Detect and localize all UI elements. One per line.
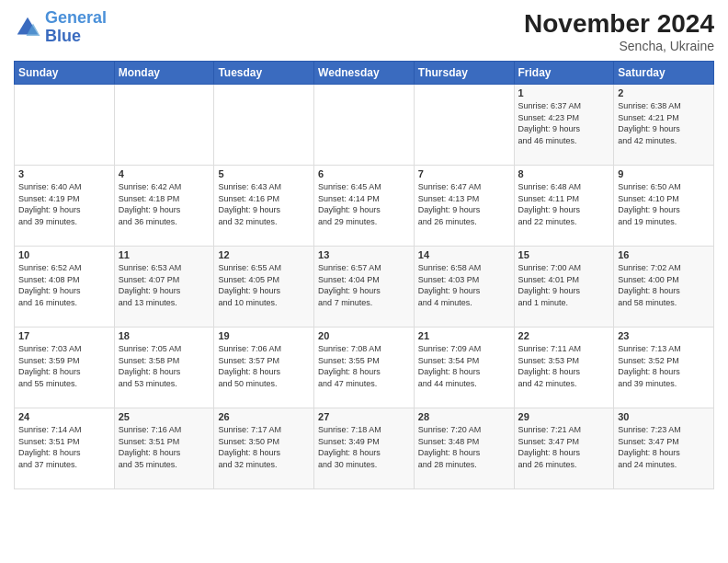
day-number-27: 27 xyxy=(318,411,410,422)
day-number-13: 13 xyxy=(318,249,410,260)
day-info-21: Sunrise: 7:09 AM Sunset: 3:54 PM Dayligh… xyxy=(418,343,510,389)
cell-3-6: 23Sunrise: 7:13 AM Sunset: 3:52 PM Dayli… xyxy=(614,327,714,408)
cell-2-1: 11Sunrise: 6:53 AM Sunset: 4:07 PM Dayli… xyxy=(114,247,214,327)
day-number-17: 17 xyxy=(18,330,110,341)
week-row-4: 24Sunrise: 7:14 AM Sunset: 3:51 PM Dayli… xyxy=(15,408,714,489)
cell-1-3: 6Sunrise: 6:45 AM Sunset: 4:14 PM Daylig… xyxy=(314,166,415,247)
cell-4-5: 29Sunrise: 7:21 AM Sunset: 3:47 PM Dayli… xyxy=(514,408,614,489)
cell-3-3: 20Sunrise: 7:08 AM Sunset: 3:55 PM Dayli… xyxy=(314,327,415,408)
title-area: November 2024 Sencha, Ukraine xyxy=(524,9,714,53)
cell-1-2: 5Sunrise: 6:43 AM Sunset: 4:16 PM Daylig… xyxy=(214,166,314,247)
day-info-1: Sunrise: 6:37 AM Sunset: 4:23 PM Dayligh… xyxy=(518,100,610,146)
day-info-22: Sunrise: 7:11 AM Sunset: 3:53 PM Dayligh… xyxy=(518,343,610,389)
week-row-3: 17Sunrise: 7:03 AM Sunset: 3:59 PM Dayli… xyxy=(15,327,714,408)
calendar: Sunday Monday Tuesday Wednesday Thursday… xyxy=(14,61,714,489)
day-info-25: Sunrise: 7:16 AM Sunset: 3:51 PM Dayligh… xyxy=(119,424,210,470)
week-row-0: 1Sunrise: 6:37 AM Sunset: 4:23 PM Daylig… xyxy=(15,85,714,166)
page: General Blue November 2024 Sencha, Ukrai… xyxy=(0,0,728,563)
logo-line2: Blue xyxy=(45,27,81,45)
day-number-6: 6 xyxy=(318,168,410,179)
day-number-4: 4 xyxy=(119,168,210,179)
day-info-9: Sunrise: 6:50 AM Sunset: 4:10 PM Dayligh… xyxy=(618,181,710,227)
cell-0-6: 2Sunrise: 6:38 AM Sunset: 4:21 PM Daylig… xyxy=(614,85,714,166)
logo-line1: General xyxy=(45,8,107,27)
cell-1-1: 4Sunrise: 6:42 AM Sunset: 4:18 PM Daylig… xyxy=(114,166,214,247)
day-number-24: 24 xyxy=(18,411,110,422)
day-number-30: 30 xyxy=(618,411,710,422)
day-number-21: 21 xyxy=(418,330,510,341)
day-number-25: 25 xyxy=(119,411,210,422)
day-number-19: 19 xyxy=(218,330,310,341)
month-title: November 2024 xyxy=(524,9,714,39)
day-info-2: Sunrise: 6:38 AM Sunset: 4:21 PM Dayligh… xyxy=(618,100,710,146)
day-info-30: Sunrise: 7:23 AM Sunset: 3:47 PM Dayligh… xyxy=(618,424,710,470)
day-info-18: Sunrise: 7:05 AM Sunset: 3:58 PM Dayligh… xyxy=(119,343,210,389)
cell-0-0 xyxy=(15,85,115,166)
day-info-7: Sunrise: 6:47 AM Sunset: 4:13 PM Dayligh… xyxy=(418,181,510,227)
day-info-27: Sunrise: 7:18 AM Sunset: 3:49 PM Dayligh… xyxy=(318,424,410,470)
cell-3-1: 18Sunrise: 7:05 AM Sunset: 3:58 PM Dayli… xyxy=(114,327,214,408)
day-info-5: Sunrise: 6:43 AM Sunset: 4:16 PM Dayligh… xyxy=(218,181,310,227)
day-info-29: Sunrise: 7:21 AM Sunset: 3:47 PM Dayligh… xyxy=(518,424,610,470)
day-number-28: 28 xyxy=(418,411,510,422)
cell-0-4 xyxy=(414,85,514,166)
day-info-17: Sunrise: 7:03 AM Sunset: 3:59 PM Dayligh… xyxy=(18,343,110,389)
day-info-20: Sunrise: 7:08 AM Sunset: 3:55 PM Dayligh… xyxy=(318,343,410,389)
cell-1-4: 7Sunrise: 6:47 AM Sunset: 4:13 PM Daylig… xyxy=(414,166,514,247)
cell-0-3 xyxy=(314,85,415,166)
logo-icon xyxy=(14,14,41,41)
day-number-7: 7 xyxy=(418,168,510,179)
day-info-23: Sunrise: 7:13 AM Sunset: 3:52 PM Dayligh… xyxy=(618,343,710,389)
day-info-4: Sunrise: 6:42 AM Sunset: 4:18 PM Dayligh… xyxy=(119,181,210,227)
cell-1-6: 9Sunrise: 6:50 AM Sunset: 4:10 PM Daylig… xyxy=(614,166,714,247)
cell-4-0: 24Sunrise: 7:14 AM Sunset: 3:51 PM Dayli… xyxy=(15,408,115,489)
cell-4-3: 27Sunrise: 7:18 AM Sunset: 3:49 PM Dayli… xyxy=(314,408,415,489)
day-number-26: 26 xyxy=(218,411,310,422)
week-row-1: 3Sunrise: 6:40 AM Sunset: 4:19 PM Daylig… xyxy=(15,166,714,247)
cell-2-0: 10Sunrise: 6:52 AM Sunset: 4:08 PM Dayli… xyxy=(15,247,115,327)
cell-3-5: 22Sunrise: 7:11 AM Sunset: 3:53 PM Dayli… xyxy=(514,327,614,408)
header-tuesday: Tuesday xyxy=(214,62,314,85)
day-info-12: Sunrise: 6:55 AM Sunset: 4:05 PM Dayligh… xyxy=(218,262,310,308)
day-info-14: Sunrise: 6:58 AM Sunset: 4:03 PM Dayligh… xyxy=(418,262,510,308)
day-number-23: 23 xyxy=(618,330,710,341)
cell-0-1 xyxy=(114,85,214,166)
header-wednesday: Wednesday xyxy=(314,62,415,85)
cell-0-2 xyxy=(214,85,314,166)
day-info-28: Sunrise: 7:20 AM Sunset: 3:48 PM Dayligh… xyxy=(418,424,510,470)
day-number-22: 22 xyxy=(518,330,610,341)
header-friday: Friday xyxy=(514,62,614,85)
cell-3-2: 19Sunrise: 7:06 AM Sunset: 3:57 PM Dayli… xyxy=(214,327,314,408)
header-thursday: Thursday xyxy=(414,62,514,85)
cell-2-6: 16Sunrise: 7:02 AM Sunset: 4:00 PM Dayli… xyxy=(614,247,714,327)
day-number-12: 12 xyxy=(218,249,310,260)
day-number-14: 14 xyxy=(418,249,510,260)
day-number-5: 5 xyxy=(218,168,310,179)
day-number-29: 29 xyxy=(518,411,610,422)
header-saturday: Saturday xyxy=(614,62,714,85)
day-number-16: 16 xyxy=(618,249,710,260)
week-row-2: 10Sunrise: 6:52 AM Sunset: 4:08 PM Dayli… xyxy=(15,247,714,327)
cell-2-4: 14Sunrise: 6:58 AM Sunset: 4:03 PM Dayli… xyxy=(414,247,514,327)
day-info-10: Sunrise: 6:52 AM Sunset: 4:08 PM Dayligh… xyxy=(18,262,110,308)
day-number-10: 10 xyxy=(18,249,110,260)
day-number-20: 20 xyxy=(318,330,410,341)
cell-3-0: 17Sunrise: 7:03 AM Sunset: 3:59 PM Dayli… xyxy=(15,327,115,408)
day-number-8: 8 xyxy=(518,168,610,179)
cell-2-2: 12Sunrise: 6:55 AM Sunset: 4:05 PM Dayli… xyxy=(214,247,314,327)
day-number-15: 15 xyxy=(518,249,610,260)
cell-4-6: 30Sunrise: 7:23 AM Sunset: 3:47 PM Dayli… xyxy=(614,408,714,489)
subtitle: Sencha, Ukraine xyxy=(524,39,714,53)
day-number-2: 2 xyxy=(618,87,710,98)
header-sunday: Sunday xyxy=(15,62,115,85)
cell-2-3: 13Sunrise: 6:57 AM Sunset: 4:04 PM Dayli… xyxy=(314,247,415,327)
logo: General Blue xyxy=(14,9,107,46)
logo-text: General Blue xyxy=(45,9,107,46)
day-info-13: Sunrise: 6:57 AM Sunset: 4:04 PM Dayligh… xyxy=(318,262,410,308)
cell-2-5: 15Sunrise: 7:00 AM Sunset: 4:01 PM Dayli… xyxy=(514,247,614,327)
day-number-11: 11 xyxy=(119,249,210,260)
day-info-26: Sunrise: 7:17 AM Sunset: 3:50 PM Dayligh… xyxy=(218,424,310,470)
cell-4-4: 28Sunrise: 7:20 AM Sunset: 3:48 PM Dayli… xyxy=(414,408,514,489)
cell-3-4: 21Sunrise: 7:09 AM Sunset: 3:54 PM Dayli… xyxy=(414,327,514,408)
day-number-1: 1 xyxy=(518,87,610,98)
